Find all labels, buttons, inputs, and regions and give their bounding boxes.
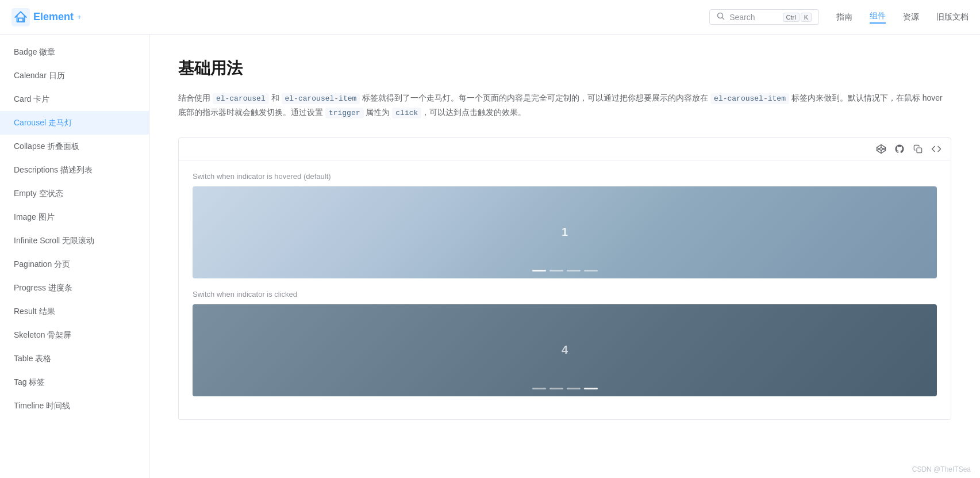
sidebar-item-descriptions[interactable]: Descriptions 描述列表 [0,158,149,182]
nav-resources[interactable]: 资源 [903,12,919,22]
indicator-1-3[interactable] [567,270,581,271]
page-description: 结合使用 el-carousel 和 el-carousel-item 标签就得… [178,91,951,120]
sidebar-item-skeleton[interactable]: Skeleton 骨架屏 [0,323,149,347]
search-label: Search [729,13,755,22]
page-title: 基础用法 [178,58,951,79]
github-icon[interactable] [894,144,905,154]
sidebar-item-result[interactable]: Result 结果 [0,300,149,323]
logo-area[interactable]: Element+ [11,8,82,26]
svg-rect-0 [11,8,30,26]
header-nav: Search Ctrl K 指南 组件 资源 旧版文档 [709,9,969,25]
sidebar-item-infinite-scroll[interactable]: Infinite Scroll 无限滚动 [0,229,149,253]
kbd-k: K [801,13,812,22]
keyboard-shortcut: Ctrl K [783,13,812,22]
sidebar-item-card[interactable]: Card 卡片 [0,87,149,111]
carousel2-slide: 4 [193,304,937,396]
sidebar-item-empty[interactable]: Empty 空状态 [0,182,149,205]
carousel-2[interactable]: 4 [193,304,937,396]
logo-plus: + [77,13,82,21]
indicator-2-4[interactable] [584,388,598,389]
carousel-section-1: Switch when indicator is hovered (defaul… [193,172,937,278]
main-content: 基础用法 结合使用 el-carousel 和 el-carousel-item… [149,35,980,478]
carousel1-label: Switch when indicator is hovered (defaul… [193,172,937,181]
nav-legacy[interactable]: 旧版文档 [936,12,969,22]
carousel-1[interactable]: 1 [193,186,937,278]
watermark: CSDN @TheITSea [912,465,971,473]
carousel2-indicators [532,388,598,389]
layout: Badge 徽章 Calendar 日历 Card 卡片 Carousel 走马… [0,35,980,478]
sidebar-item-timeline[interactable]: Timeline 时间线 [0,394,149,418]
indicator-2-2[interactable] [549,388,563,389]
indicator-1-2[interactable] [549,270,563,271]
code-icon[interactable] [931,144,941,154]
demo-inner: Switch when indicator is hovered (defaul… [179,160,951,419]
carousel-section-2: Switch when indicator is clicked 4 [193,290,937,396]
sidebar-item-tag[interactable]: Tag 标签 [0,370,149,394]
indicator-1-4[interactable] [584,270,598,271]
sidebar-item-collapse[interactable]: Collapse 折叠面板 [0,135,149,158]
sidebar-item-image[interactable]: Image 图片 [0,205,149,229]
carousel1-indicators [532,270,598,271]
svg-rect-5 [917,148,922,153]
nav-components[interactable]: 组件 [870,11,886,24]
sidebar: Badge 徽章 Calendar 日历 Card 卡片 Carousel 走马… [0,35,149,478]
logo-text: Element [33,11,74,23]
demo-block: Switch when indicator is hovered (defaul… [178,137,951,420]
indicator-2-3[interactable] [567,388,581,389]
sidebar-item-calendar[interactable]: Calendar 日历 [0,64,149,87]
sidebar-item-pagination[interactable]: Pagination 分页 [0,253,149,276]
indicator-2-1[interactable] [532,388,546,389]
logo-icon [11,8,30,26]
sidebar-item-badge[interactable]: Badge 徽章 [0,40,149,64]
header: Element+ Search Ctrl K 指南 组件 资源 旧版文档 [0,0,980,35]
sidebar-item-carousel[interactable]: Carousel 走马灯 [0,111,149,135]
indicator-1-1[interactable] [532,270,546,271]
carousel1-slide: 1 [193,186,937,278]
copy-icon[interactable] [913,144,923,154]
nav-guide[interactable]: 指南 [836,12,852,22]
codepen-icon[interactable] [876,144,886,154]
search-icon [717,12,725,22]
search-bar[interactable]: Search Ctrl K [709,9,819,25]
carousel2-label: Switch when indicator is clicked [193,290,937,299]
sidebar-item-progress[interactable]: Progress 进度条 [0,276,149,300]
sidebar-item-table[interactable]: Table 表格 [0,347,149,370]
demo-toolbar [179,138,951,160]
kbd-ctrl: Ctrl [783,13,800,22]
